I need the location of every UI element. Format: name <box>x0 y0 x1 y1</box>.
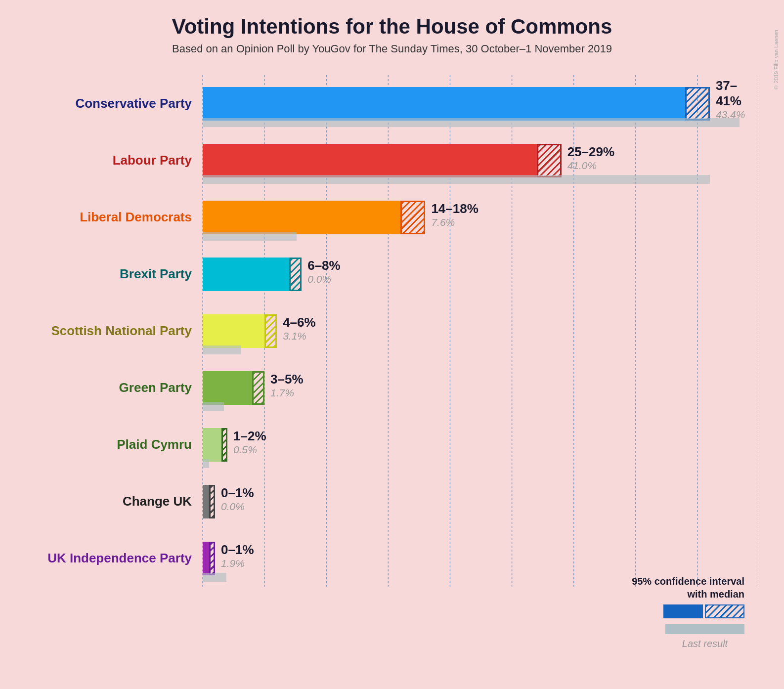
range-label: 0–1% <box>221 542 254 558</box>
last-result-label: 3.1% <box>283 330 316 342</box>
hatch-bar <box>537 144 562 177</box>
last-result-label: 0.0% <box>221 501 254 513</box>
range-label: 6–8% <box>307 258 341 273</box>
hatch-bar <box>209 485 216 518</box>
bar-area: 1–2%0.5% <box>203 416 754 473</box>
last-result-bar <box>203 345 241 354</box>
legend-last-label: Last result <box>665 638 744 649</box>
party-label: Labour Party <box>35 153 203 168</box>
main-bar <box>203 485 209 518</box>
party-label: Liberal Democrats <box>35 210 203 225</box>
hatch-bar <box>252 371 264 405</box>
chart-subtitle: Based on an Opinion Poll by YouGov for T… <box>30 43 754 55</box>
main-bar <box>203 258 289 291</box>
last-result-label: 43.4% <box>716 109 754 121</box>
main-bar <box>203 144 537 177</box>
range-labels: 4–6%3.1% <box>283 315 316 342</box>
party-label: Change UK <box>35 494 203 509</box>
last-result-bar <box>203 459 209 468</box>
last-result-bar <box>203 402 224 411</box>
last-result-label: 41.0% <box>567 160 614 172</box>
legend-ci-items <box>663 604 744 618</box>
bar-area: 14–18%7.6% <box>203 189 754 246</box>
range-label: 14–18% <box>431 201 478 216</box>
range-labels: 0–1%0.0% <box>221 485 254 513</box>
range-labels: 6–8%0.0% <box>307 258 341 285</box>
hatch-bar <box>209 542 216 575</box>
range-labels: 37–41%43.4% <box>716 78 754 121</box>
last-result-label: 7.6% <box>431 216 478 228</box>
bar-row: Conservative Party37–41%43.4% <box>35 75 754 132</box>
last-result-bar <box>203 232 297 241</box>
last-result-label: 1.7% <box>270 387 304 399</box>
bar-row: Labour Party25–29%41.0% <box>35 132 754 189</box>
bar-row: Brexit Party6–8%0.0% <box>35 246 754 302</box>
bar-row: Green Party3–5%1.7% <box>35 359 754 416</box>
main-bar <box>203 428 221 462</box>
chart-container: © 2019 Filip van Laenen Voting Intention… <box>0 0 784 689</box>
main-bar <box>203 87 685 121</box>
party-label: UK Independence Party <box>35 551 203 566</box>
legend-hatch-bar <box>705 604 744 618</box>
last-result-label: 0.0% <box>307 273 341 285</box>
main-bar <box>203 314 264 348</box>
hatch-bar <box>400 201 425 234</box>
bar-area: 3–5%1.7% <box>203 359 754 416</box>
hatch-bar <box>289 258 302 291</box>
party-label: Green Party <box>35 380 203 395</box>
bar-area: 6–8%0.0% <box>203 246 754 302</box>
hatch-bar <box>685 87 710 121</box>
party-label: Scottish National Party <box>35 323 203 339</box>
range-labels: 14–18%7.6% <box>431 201 478 228</box>
party-label: Brexit Party <box>35 266 203 282</box>
main-bar <box>203 371 252 405</box>
range-labels: 3–5%1.7% <box>270 372 304 399</box>
main-bar <box>203 201 400 234</box>
range-labels: 1–2%0.5% <box>233 429 266 456</box>
legend-solid-bar <box>663 604 703 618</box>
last-result-bar <box>203 175 710 184</box>
bar-area: 0–1%0.0% <box>203 473 754 530</box>
range-label: 37–41% <box>716 78 754 109</box>
party-label: Conservative Party <box>35 96 203 111</box>
bar-area: 25–29%41.0% <box>203 132 754 189</box>
last-result-bar <box>203 573 226 582</box>
last-result-label: 0.5% <box>233 444 266 456</box>
bar-area: 4–6%3.1% <box>203 302 754 359</box>
bar-row: Liberal Democrats14–18%7.6% <box>35 189 754 246</box>
range-labels: 0–1%1.9% <box>221 542 254 569</box>
bar-row: Scottish National Party4–6%3.1% <box>35 302 754 359</box>
bar-area: 37–41%43.4% <box>203 75 754 132</box>
bar-row: Change UK0–1%0.0% <box>35 473 754 530</box>
range-label: 0–1% <box>221 485 254 501</box>
hatch-bar <box>264 314 277 348</box>
range-label: 1–2% <box>233 429 266 444</box>
last-result-label: 1.9% <box>221 558 254 569</box>
chart-title: Voting Intentions for the House of Commo… <box>30 15 754 39</box>
party-label: Plaid Cymru <box>35 437 203 452</box>
range-label: 3–5% <box>270 372 304 387</box>
main-chart: Conservative Party37–41%43.4%Labour Part… <box>30 75 754 587</box>
bar-row: UK Independence Party0–1%1.9% <box>35 530 754 587</box>
range-label: 4–6% <box>283 315 316 330</box>
hatch-bar <box>221 428 228 462</box>
range-label: 25–29% <box>567 144 614 160</box>
main-bar <box>203 542 209 575</box>
bar-row: Plaid Cymru1–2%0.5% <box>35 416 754 473</box>
last-result-bar <box>203 118 740 127</box>
watermark: © 2019 Filip van Laenen <box>773 30 779 90</box>
range-labels: 25–29%41.0% <box>567 144 614 172</box>
legend-last-bar <box>665 624 744 634</box>
bar-area: 0–1%1.9% <box>203 530 754 587</box>
